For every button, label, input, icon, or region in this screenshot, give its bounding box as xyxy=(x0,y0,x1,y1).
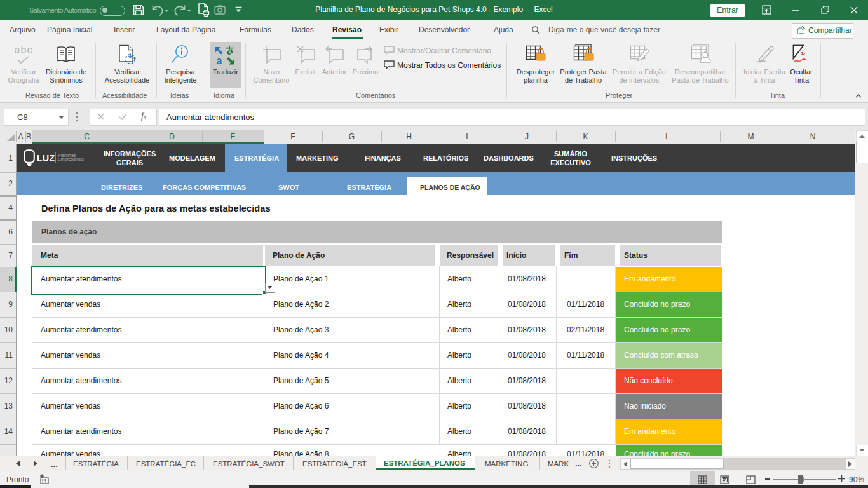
svg-text:a: a xyxy=(217,55,222,65)
